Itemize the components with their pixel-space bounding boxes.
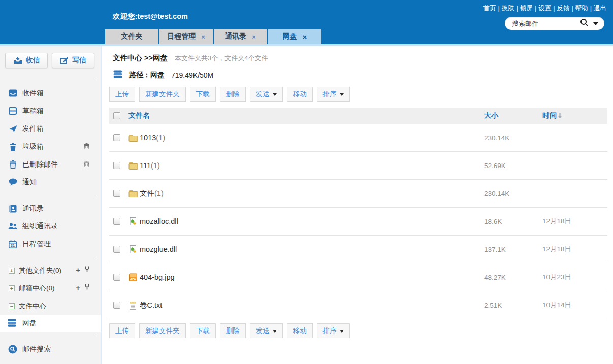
nav-home-link[interactable]: 首页 xyxy=(483,5,496,12)
new-folder-button[interactable]: 新建文件夹 xyxy=(139,87,186,102)
move-button[interactable]: 移动 xyxy=(287,323,313,338)
collapse-minus-icon[interactable]: − xyxy=(9,303,15,309)
sort-button[interactable]: 排序 xyxy=(317,87,350,102)
send-button[interactable]: 发送 xyxy=(250,87,283,102)
table-row[interactable]: mozalloc.dll 18.6K 12月18日 xyxy=(109,208,607,236)
add-folder-icon[interactable]: + xyxy=(76,266,80,274)
select-all-checkbox[interactable] xyxy=(113,112,120,119)
compose-mail-button[interactable]: 写信 xyxy=(52,53,94,68)
empty-junk-trash-icon[interactable] xyxy=(84,143,89,151)
item-count: (1) xyxy=(151,161,160,170)
download-button[interactable]: 下载 xyxy=(190,323,216,338)
nav-logout-link[interactable]: 退出 xyxy=(594,5,606,12)
row-checkbox[interactable] xyxy=(113,134,120,141)
tab-contacts[interactable]: 通讯录 × xyxy=(214,29,267,44)
sidebar-item-org-contacts[interactable]: 组织通讯录 xyxy=(0,217,101,235)
search-icon[interactable] xyxy=(580,18,589,29)
tab-netdisk[interactable]: 网盘 × xyxy=(268,29,321,44)
delete-button[interactable]: 删除 xyxy=(220,323,246,338)
file-name[interactable]: 111 xyxy=(140,161,151,170)
file-name[interactable]: 文件 xyxy=(140,189,154,198)
row-checkbox[interactable] xyxy=(113,274,120,281)
column-header-name[interactable]: 文件名 xyxy=(128,111,150,120)
table-row[interactable]: JPG 404-bg.jpg 48.27K 10月23日 xyxy=(109,263,607,291)
nav-skin-link[interactable]: 换肤 xyxy=(502,5,514,12)
sidebar-item-inbox[interactable]: 收件箱 xyxy=(0,84,101,102)
file-name[interactable]: 404-bg.jpg xyxy=(140,273,175,281)
row-checkbox[interactable] xyxy=(113,302,120,309)
new-folder-button[interactable]: 新建文件夹 xyxy=(139,323,186,338)
table-row[interactable]: 文件 (1) 230.14K xyxy=(109,180,607,208)
sidebar-item-deleted[interactable]: 已删除邮件 xyxy=(0,155,101,173)
nav-settings-link[interactable]: 设置 xyxy=(538,5,551,12)
sidebar-item-contacts[interactable]: 通讯录 xyxy=(0,200,101,217)
search-options-caret-icon[interactable] xyxy=(593,22,598,28)
column-header-size[interactable]: 大小 xyxy=(484,111,498,119)
delete-button[interactable]: 删除 xyxy=(220,87,246,102)
column-header-time[interactable]: 时间 xyxy=(542,111,557,120)
folder-icon xyxy=(128,189,138,198)
sidebar-tree-file-center[interactable]: − 文件中心 xyxy=(0,297,101,315)
file-time: 10月23日 xyxy=(542,273,607,282)
send-button[interactable]: 发送 xyxy=(250,323,283,338)
mail-search-box[interactable] xyxy=(505,17,604,30)
tab-schedule[interactable]: 日程管理 × xyxy=(159,29,213,44)
file-name[interactable]: 1013 xyxy=(140,134,156,142)
table-row[interactable]: 1013 (1) 230.14K xyxy=(109,124,607,152)
sidebar-item-junk[interactable]: 垃圾箱 xyxy=(0,138,101,155)
table-header-row: 文件名 大小 时间 xyxy=(109,108,607,124)
sidebar-item-sent[interactable]: 发件箱 xyxy=(0,120,101,138)
sidebar-tree-other-folders[interactable]: + 其他文件夹(0) + xyxy=(0,261,101,279)
sidebar-item-netdisk-selected[interactable]: 网盘 xyxy=(0,315,101,332)
button-label: 发送 xyxy=(256,326,270,336)
table-row[interactable]: 111 (1) 52.69K xyxy=(109,152,607,180)
row-checkbox[interactable] xyxy=(113,162,120,169)
sort-button[interactable]: 排序 xyxy=(317,323,350,338)
move-button[interactable]: 移动 xyxy=(287,87,313,102)
sidebar-item-schedule[interactable]: 31 日程管理 xyxy=(0,235,101,253)
download-button[interactable]: 下载 xyxy=(190,87,216,102)
upload-button[interactable]: 上传 xyxy=(109,87,135,102)
sidebar-divider xyxy=(4,80,96,80)
manage-folder-wrench-icon[interactable] xyxy=(85,284,89,291)
empty-deleted-trash-icon[interactable] xyxy=(84,160,89,169)
row-checkbox[interactable] xyxy=(113,218,120,225)
file-name[interactable]: 卷C.txt xyxy=(140,301,162,310)
add-folder-icon[interactable]: + xyxy=(76,284,80,291)
button-label: 上传 xyxy=(115,326,129,336)
sidebar-tree-mail-center[interactable]: + 邮箱中心(0) + xyxy=(0,279,101,297)
tab-label: 网盘 xyxy=(283,32,297,41)
sidebar-item-notice[interactable]: 通知 xyxy=(0,173,101,191)
quota-usage: 719.49K/50M xyxy=(171,71,213,79)
tab-strip: 文件夹 日程管理 × 通讯录 × 网盘 × xyxy=(105,29,322,44)
file-name[interactable]: mozalloc.dll xyxy=(140,217,178,225)
manage-folder-wrench-icon[interactable] xyxy=(85,266,89,274)
expand-plus-icon[interactable]: + xyxy=(9,268,15,274)
expand-plus-icon[interactable]: + xyxy=(9,285,15,291)
row-checkbox[interactable] xyxy=(113,246,120,253)
disk-stack-icon xyxy=(113,70,123,80)
tab-folders[interactable]: 文件夹 xyxy=(105,29,158,44)
nav-feedback-link[interactable]: 反馈 xyxy=(557,5,570,12)
row-checkbox[interactable] xyxy=(113,190,120,197)
tab-close-icon[interactable]: × xyxy=(303,33,307,41)
button-label: 移动 xyxy=(293,90,307,99)
link-separator: | xyxy=(535,5,536,12)
tab-label: 通讯录 xyxy=(225,32,246,41)
toolbar-top: 上传 新建文件夹 下载 删除 发送 移动 排序 xyxy=(109,87,607,102)
receive-mail-button[interactable]: 收信 xyxy=(5,53,48,68)
tab-close-icon[interactable]: × xyxy=(201,34,205,40)
nav-help-link[interactable]: 帮助 xyxy=(575,5,588,12)
link-separator: | xyxy=(517,5,518,12)
upload-button[interactable]: 上传 xyxy=(109,323,135,338)
file-name[interactable]: mozglue.dll xyxy=(140,245,177,253)
sidebar-item-drafts[interactable]: 草稿箱 xyxy=(0,102,101,120)
search-input[interactable] xyxy=(512,20,580,27)
sidebar-item-mail-search[interactable]: 邮件搜索 xyxy=(0,340,101,358)
button-label: 移动 xyxy=(293,326,307,336)
table-row[interactable]: mozglue.dll 137.1K 12月18日 xyxy=(109,236,607,263)
table-row[interactable]: 卷C.txt 2.51K 10月14日 xyxy=(109,291,607,319)
tab-close-icon[interactable]: × xyxy=(252,34,256,40)
nav-lock-link[interactable]: 锁屏 xyxy=(520,5,533,12)
dll-file-icon xyxy=(128,217,138,226)
